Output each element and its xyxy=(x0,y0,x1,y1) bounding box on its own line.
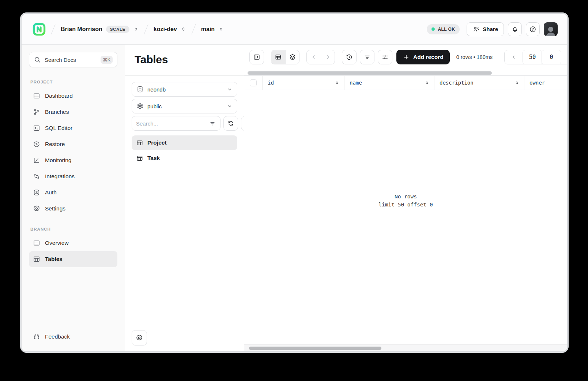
add-record-button[interactable]: Add record xyxy=(396,50,450,64)
neon-logo[interactable] xyxy=(33,23,46,36)
table-icon xyxy=(136,139,143,146)
column-label: name xyxy=(350,80,362,86)
branch-name: main xyxy=(201,26,215,33)
sidebar-item-sql-editor[interactable]: SQL Editor xyxy=(29,120,117,136)
column-label: owner xyxy=(529,80,545,86)
neon-console-window: Brian Morrison SCALE kozi-dev main ALL O… xyxy=(22,14,567,351)
chevron-left-icon xyxy=(510,54,517,60)
auth-badge-icon xyxy=(33,189,40,196)
layers-icon xyxy=(289,53,296,61)
screen: Brian Morrison SCALE kozi-dev main ALL O… xyxy=(0,0,588,381)
sort-icon[interactable] xyxy=(514,80,520,86)
gear-icon xyxy=(136,334,143,341)
refresh-button[interactable] xyxy=(223,116,238,131)
query-stats: 0 rows • 180ms xyxy=(456,54,493,60)
integrations-icon xyxy=(33,173,40,180)
breadcrumb-project[interactable]: kozi-dev xyxy=(154,26,186,33)
chevron-right-icon xyxy=(324,53,332,61)
data-grid-area: Add record 0 rows • 180ms 50 0 xyxy=(244,45,567,351)
sidebar-item-overview[interactable]: Overview xyxy=(29,235,117,251)
org-name: Brian Morrison xyxy=(61,26,102,33)
restore-icon xyxy=(33,141,40,148)
avatar[interactable] xyxy=(544,22,558,36)
filter-icon[interactable] xyxy=(209,120,216,127)
sidebar-item-integrations[interactable]: Integrations xyxy=(29,168,117,184)
next-page-button[interactable] xyxy=(321,50,335,64)
schema-icon xyxy=(136,102,144,110)
refresh-icon xyxy=(227,120,234,127)
collapse-panel-button[interactable] xyxy=(249,50,264,64)
tables-icon xyxy=(33,255,40,263)
column-header-name[interactable]: name xyxy=(344,76,434,90)
search-shortcut-badge: ⌘K xyxy=(101,56,113,64)
monitoring-icon xyxy=(33,157,40,164)
search-docs-button[interactable]: Search Docs ⌘K xyxy=(29,52,117,67)
share-label: Share xyxy=(483,26,498,32)
sidebar-item-branches[interactable]: Branches xyxy=(29,104,117,120)
sidebar-item-auth[interactable]: Auth xyxy=(29,184,117,201)
empty-state-subtitle: limit 50 offset 0 xyxy=(378,201,433,209)
column-settings-button[interactable] xyxy=(378,50,392,64)
filter-lines-icon xyxy=(363,53,371,61)
scrollbar-thumb[interactable] xyxy=(249,347,381,350)
prev-page-button[interactable] xyxy=(307,50,321,64)
column-header-id[interactable]: id xyxy=(263,76,344,90)
table-item-label: Project xyxy=(147,139,167,146)
limit-input[interactable]: 50 xyxy=(523,50,542,64)
filter-button[interactable] xyxy=(360,50,374,64)
sidebar-item-tables[interactable]: Tables xyxy=(29,251,117,267)
sidebar-item-label: Monitoring xyxy=(45,157,71,164)
sql-editor-icon xyxy=(33,124,40,132)
breadcrumb-org[interactable]: Brian Morrison SCALE xyxy=(61,26,139,33)
chevron-updown-icon xyxy=(133,26,139,32)
schema-value: public xyxy=(147,103,162,109)
table-list-item-task[interactable]: Task xyxy=(132,151,237,165)
status-badge[interactable]: ALL OK xyxy=(427,24,460,34)
pagination-prev-button[interactable] xyxy=(505,50,523,64)
column-header-owner[interactable]: owner xyxy=(524,76,567,90)
sidebar-item-dashboard[interactable]: Dashboard xyxy=(29,88,117,104)
sidebar-item-monitoring[interactable]: Monitoring xyxy=(29,152,117,168)
grid-view-button[interactable] xyxy=(271,50,285,64)
notifications-button[interactable] xyxy=(508,22,522,36)
database-select[interactable]: neondb xyxy=(132,82,237,97)
sidebar-item-restore[interactable]: Restore xyxy=(29,136,117,152)
breadcrumb-branch[interactable]: main xyxy=(201,26,224,33)
gear-icon xyxy=(33,205,40,212)
table-search-field[interactable] xyxy=(132,116,220,131)
column-header-description[interactable]: description xyxy=(434,76,524,90)
sidebar-item-label: Integrations xyxy=(45,173,75,180)
help-button[interactable] xyxy=(526,22,540,36)
tables-panel-header: Tables xyxy=(125,45,244,76)
scrollbar-thumb[interactable] xyxy=(248,71,492,75)
sidebar-item-feedback[interactable]: Feedback xyxy=(29,329,117,345)
layers-view-button[interactable] xyxy=(285,50,299,64)
database-value: neondb xyxy=(147,86,166,93)
schema-select[interactable]: public xyxy=(132,99,237,113)
sidebar-item-label: Auth xyxy=(45,189,57,196)
database-icon xyxy=(136,86,144,93)
offset-input[interactable]: 0 xyxy=(542,50,561,64)
share-button[interactable]: Share xyxy=(467,22,504,36)
bell-icon xyxy=(511,26,519,33)
sort-icon[interactable] xyxy=(334,80,340,86)
sort-icon[interactable] xyxy=(424,80,430,86)
history-button[interactable] xyxy=(342,50,357,64)
sidebar-item-settings[interactable]: Settings xyxy=(29,201,117,217)
overview-icon xyxy=(33,239,40,247)
select-all-checkbox[interactable] xyxy=(250,79,257,86)
panel-collapse-icon xyxy=(253,53,260,61)
sidebar-item-label: Settings xyxy=(45,205,65,212)
grid-horizontal-scrollbar-bottom[interactable] xyxy=(244,344,567,351)
table-search-input[interactable] xyxy=(136,120,209,127)
sidebar-item-label: Restore xyxy=(45,141,65,147)
chevron-left-icon xyxy=(310,53,317,61)
column-label: description xyxy=(440,80,474,86)
panel-settings-button[interactable] xyxy=(132,330,147,345)
body: Search Docs ⌘K PROJECT Dashboard Branche… xyxy=(22,45,567,351)
grid-horizontal-scrollbar-top[interactable] xyxy=(244,71,567,75)
table-list-item-project[interactable]: Project xyxy=(132,135,237,150)
feedback-people-icon xyxy=(33,333,40,340)
table-search-row xyxy=(132,116,237,131)
plus-icon xyxy=(403,54,410,60)
